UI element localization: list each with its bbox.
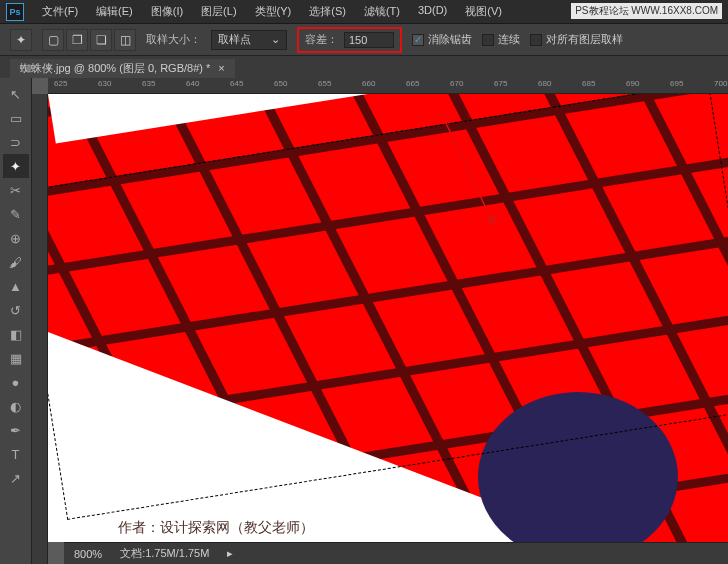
selection-add-icon[interactable]: ❐ xyxy=(66,29,88,51)
svg-marker-1 xyxy=(486,215,498,227)
magic-wand-tool-icon[interactable]: ✦ xyxy=(3,154,29,178)
magic-wand-tool-icon[interactable]: ✦ xyxy=(10,29,32,51)
menu-type[interactable]: 类型(Y) xyxy=(247,2,300,21)
svg-line-0 xyxy=(444,119,492,221)
move-tool-icon[interactable]: ↖ xyxy=(3,82,29,106)
doc-size: 文档:1.75M/1.75M xyxy=(120,546,209,561)
tolerance-highlight: 容差： xyxy=(297,27,402,53)
canvas[interactable]: 作者：设计探索网（教父老师） xyxy=(48,94,728,542)
watermark-label: PS教程论坛 WWW.16XX8.COM xyxy=(571,3,722,19)
horizontal-ruler: 6256306356406456506556606656706756806856… xyxy=(48,78,728,94)
selection-subtract-icon[interactable]: ❏ xyxy=(90,29,112,51)
vertical-ruler xyxy=(32,94,48,564)
annotation-arrow xyxy=(434,119,514,239)
menu-3d[interactable]: 3D(D) xyxy=(410,2,455,21)
blur-tool-icon[interactable]: ● xyxy=(3,370,29,394)
tolerance-label: 容差： xyxy=(305,32,338,47)
close-icon[interactable]: × xyxy=(218,62,224,74)
tolerance-input[interactable] xyxy=(344,32,394,48)
type-tool-icon[interactable]: T xyxy=(3,442,29,466)
status-bar: 800% 文档:1.75M/1.75M▸ xyxy=(64,542,728,564)
path-tool-icon[interactable]: ↗ xyxy=(3,466,29,490)
menu-view[interactable]: 视图(V) xyxy=(457,2,510,21)
stamp-tool-icon[interactable]: ▲ xyxy=(3,274,29,298)
options-bar: ✦ ▢ ❐ ❏ ◫ 取样大小： 取样点⌄ 容差： 消除锯齿 连续 对所有图层取样 xyxy=(0,24,728,56)
chevron-down-icon: ⌄ xyxy=(271,33,280,46)
menu-image[interactable]: 图像(I) xyxy=(143,2,191,21)
selection-new-icon[interactable]: ▢ xyxy=(42,29,64,51)
history-brush-icon[interactable]: ↺ xyxy=(3,298,29,322)
brush-tool-icon[interactable]: 🖌 xyxy=(3,250,29,274)
eraser-tool-icon[interactable]: ◧ xyxy=(3,322,29,346)
menu-select[interactable]: 选择(S) xyxy=(301,2,354,21)
antialias-checkbox[interactable]: 消除锯齿 xyxy=(412,32,472,47)
app-logo: Ps xyxy=(6,3,24,21)
menu-filter[interactable]: 滤镜(T) xyxy=(356,2,408,21)
lasso-tool-icon[interactable]: ⊃ xyxy=(3,130,29,154)
all-layers-checkbox[interactable]: 对所有图层取样 xyxy=(530,32,623,47)
author-caption: 作者：设计探索网（教父老师） xyxy=(118,519,314,537)
toolbar: ↖ ▭ ⊃ ✦ ✂ ✎ ⊕ 🖌 ▲ ↺ ◧ ▦ ● ◐ ✒ T ↗ xyxy=(0,78,32,564)
sample-size-label: 取样大小： xyxy=(146,32,201,47)
main-menu: 文件(F) 编辑(E) 图像(I) 图层(L) 类型(Y) 选择(S) 滤镜(T… xyxy=(34,2,510,21)
gradient-tool-icon[interactable]: ▦ xyxy=(3,346,29,370)
marquee-tool-icon[interactable]: ▭ xyxy=(3,106,29,130)
crop-tool-icon[interactable]: ✂ xyxy=(3,178,29,202)
pen-tool-icon[interactable]: ✒ xyxy=(3,418,29,442)
heal-tool-icon[interactable]: ⊕ xyxy=(3,226,29,250)
selection-intersect-icon[interactable]: ◫ xyxy=(114,29,136,51)
menu-layer[interactable]: 图层(L) xyxy=(193,2,244,21)
eyedropper-tool-icon[interactable]: ✎ xyxy=(3,202,29,226)
document-tab[interactable]: 蜘蛛侠.jpg @ 800% (图层 0, RGB/8#) *× xyxy=(10,59,235,78)
sample-size-dropdown[interactable]: 取样点⌄ xyxy=(211,30,287,50)
menu-file[interactable]: 文件(F) xyxy=(34,2,86,21)
contiguous-checkbox[interactable]: 连续 xyxy=(482,32,520,47)
menu-edit[interactable]: 编辑(E) xyxy=(88,2,141,21)
dodge-tool-icon[interactable]: ◐ xyxy=(3,394,29,418)
zoom-value[interactable]: 800% xyxy=(74,548,102,560)
